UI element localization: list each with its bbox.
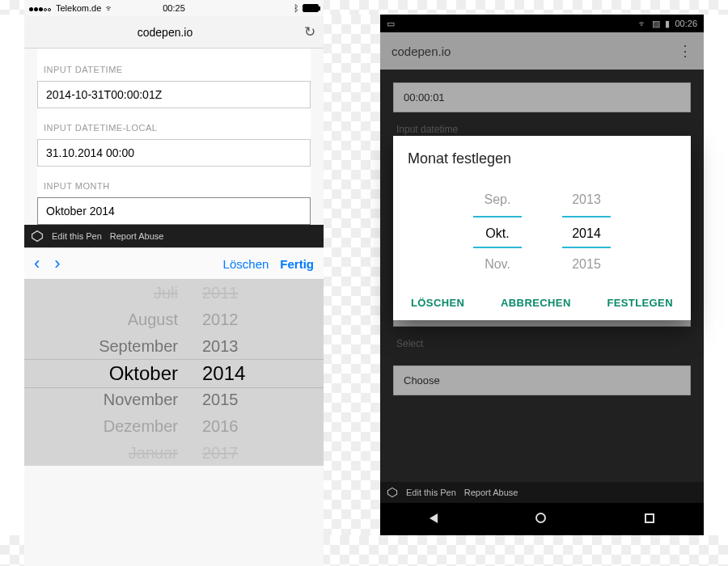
month-option[interactable]: Januar [129,440,178,467]
back-button[interactable] [430,512,438,526]
svg-marker-1 [387,488,396,496]
ios-month-picker[interactable]: Juli August September Oktober November D… [24,280,324,466]
year-option[interactable]: 2012 [202,306,239,333]
codepen-logo-icon [387,487,398,498]
safari-address-bar[interactable]: codepen.io ↻ [24,16,324,49]
datetime-input[interactable]: 2014-10-31T00:00:01Z [37,81,311,108]
ios-status-bar: Telekom.de ᯤ 00:25 ᛒ [24,0,324,16]
edit-pen-link[interactable]: Edit this Pen [406,488,456,497]
dialog-set-button[interactable]: FESTLEGEN [607,297,673,309]
month-picker-dialog: Monat festlegen Sep. Okt. Nov. 2013 2014… [393,136,691,320]
datetime-local-input[interactable]: 31.10.2014 00:00 [37,139,311,167]
month-option[interactable]: September [99,333,178,360]
edit-pen-link[interactable]: Edit this Pen [52,231,102,241]
dialog-title: Monat festlegen [408,150,676,167]
reload-icon[interactable]: ↻ [304,23,315,40]
year-option[interactable]: 2013 [562,184,611,216]
android-month-picker[interactable]: Sep. Okt. Nov. 2013 2014 2015 [408,180,676,289]
year-option-selected[interactable]: 2014 [562,216,611,248]
year-option[interactable]: 2016 [202,413,239,440]
year-option[interactable]: 2015 [562,248,611,281]
year-column[interactable]: 2013 2014 2015 [562,184,611,281]
month-option[interactable]: Dezember [104,413,178,440]
year-option[interactable]: 2015 [202,386,239,413]
month-option[interactable]: November [104,386,178,413]
datetime-local-label: INPUT DATETIME-LOCAL [37,116,311,139]
android-screenshot: ▭ ᯤ ▨ ▮ 00:26 codepen.io ⋮ 00:00:01 Inpu… [380,15,704,535]
month-option[interactable]: Sep. [473,184,522,216]
report-abuse-link[interactable]: Report Abuse [110,231,164,241]
form-panel: INPUT DATETIME 2014-10-31T00:00:01Z INPU… [37,49,311,225]
codepen-logo-icon [31,230,44,243]
android-nav-bar [380,503,704,535]
year-option[interactable]: 2011 [202,280,239,306]
dialog-delete-button[interactable]: LÖSCHEN [411,297,464,309]
month-input[interactable]: Oktober 2014 [37,197,311,225]
year-option-selected[interactable]: 2014 [202,360,245,386]
month-option[interactable]: Nov. [473,248,522,281]
month-option-selected[interactable]: Okt. [473,216,522,248]
month-label: INPUT MONTH [37,175,311,197]
month-option[interactable]: August [128,306,178,333]
picker-next-button[interactable]: › [54,253,60,274]
report-abuse-link[interactable]: Report Abuse [464,488,518,497]
year-option[interactable]: 2013 [202,333,239,360]
recents-button[interactable] [645,512,654,526]
clock-label: 00:25 [24,3,324,13]
picker-prev-button[interactable]: ‹ [34,253,40,274]
month-option[interactable]: Juli [154,280,178,306]
year-column[interactable]: 2011 2012 2013 2014 2015 2016 2017 [194,280,291,466]
dialog-cancel-button[interactable]: ABBRECHEN [501,297,571,309]
svg-marker-0 [32,231,43,242]
picker-accessory-bar: ‹ › Löschen Fertig [24,247,324,280]
codepen-footer: Edit this Pen Report Abuse [380,482,704,503]
month-column[interactable]: Sep. Okt. Nov. [473,184,522,281]
battery-icon [303,4,319,12]
datetime-label: INPUT DATETIME [37,58,311,81]
picker-done-button[interactable]: Fertig [280,257,314,271]
month-option-selected[interactable]: Oktober [109,360,178,386]
home-button[interactable] [535,512,546,526]
ios-screenshot: Telekom.de ᯤ 00:25 ᛒ codepen.io ↻ INPUT … [24,0,324,566]
month-column[interactable]: Juli August September Oktober November D… [49,280,186,466]
year-option[interactable]: 2017 [202,440,239,467]
codepen-footer: Edit this Pen Report Abuse [24,225,324,247]
picker-clear-button[interactable]: Löschen [223,257,269,271]
address-url: codepen.io [32,26,298,39]
